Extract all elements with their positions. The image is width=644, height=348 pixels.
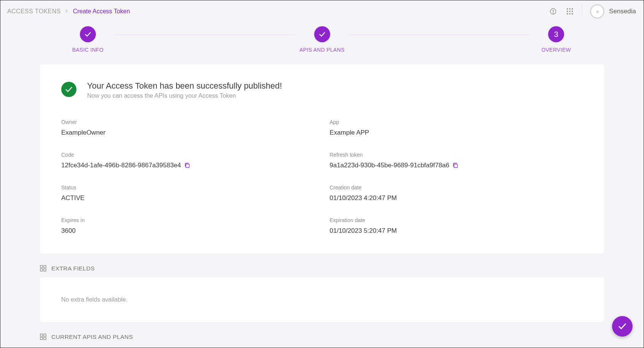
success-banner: Your Access Token has been successfully … — [61, 81, 583, 99]
field-label: Code — [61, 152, 315, 158]
field-value: Example APP — [330, 129, 583, 137]
check-icon — [314, 26, 330, 42]
field-owner: Owner ExampleOwner — [61, 119, 315, 137]
brand-name: Sensedia — [609, 8, 636, 15]
chevron-right-icon — [65, 9, 68, 14]
field-value: 01/10/2023 5:20:47 PM — [330, 227, 583, 235]
field-creation-date: Creation date 01/10/2023 4:20:47 PM — [330, 184, 583, 202]
help-icon[interactable] — [549, 7, 558, 16]
step-connector — [349, 34, 530, 35]
dashboard-icon — [40, 334, 47, 340]
svg-rect-6 — [569, 11, 571, 12]
svg-rect-4 — [572, 8, 573, 10]
field-label: Owner — [61, 119, 315, 125]
svg-rect-12 — [454, 164, 458, 168]
step-label: OVERVIEW — [541, 47, 571, 53]
svg-rect-10 — [572, 13, 573, 14]
topbar: ACCESS TOKENS Create Access Token Sensed… — [0, 0, 644, 22]
field-expiration-date: Expiration date 01/10/2023 5:20:47 PM — [330, 217, 583, 235]
extra-fields-card: No extra fields available. — [40, 277, 604, 322]
step-label: APIS AND PLANS — [299, 47, 345, 53]
field-value: 12fce34d-1afe-496b-8286-9867a39583e4 — [61, 162, 181, 169]
field-refresh-token: Refresh token 9a1a223d-930b-45be-9689-91… — [330, 152, 583, 169]
field-label: Expiration date — [330, 217, 583, 223]
field-value: 3600 — [61, 227, 315, 235]
field-expires-in: Expires in 3600 — [61, 217, 315, 235]
step-basic-info[interactable]: BASIC INFO — [61, 26, 114, 53]
section-current-apis-header: CURRENT APIS AND PLANS — [40, 334, 604, 340]
dashboard-icon — [40, 265, 47, 272]
field-value: ACTIVE — [61, 194, 315, 202]
empty-message: No extra fields available. — [61, 296, 127, 303]
brand[interactable]: Sensedia — [590, 4, 636, 19]
svg-rect-13 — [40, 265, 43, 268]
brand-logo-icon — [590, 4, 604, 19]
copy-icon[interactable] — [452, 162, 458, 168]
field-app: App Example APP — [330, 119, 583, 137]
apps-grid-icon[interactable] — [565, 7, 574, 16]
field-label: Creation date — [330, 184, 583, 191]
section-title: CURRENT APIS AND PLANS — [51, 334, 133, 340]
step-label: BASIC INFO — [72, 47, 103, 53]
field-value: 01/10/2023 4:20:47 PM — [330, 194, 583, 202]
svg-rect-11 — [186, 164, 189, 168]
success-subtitle: Now you can access the APIs using your A… — [87, 92, 282, 99]
svg-rect-16 — [44, 269, 46, 271]
top-actions: Sensedia — [549, 4, 636, 19]
svg-rect-8 — [567, 13, 568, 14]
copy-icon[interactable] — [184, 162, 190, 168]
section-title: EXTRA FIELDS — [51, 265, 95, 272]
svg-rect-5 — [567, 11, 568, 12]
svg-rect-14 — [44, 265, 46, 268]
svg-rect-9 — [569, 13, 571, 14]
field-label: Status — [61, 184, 315, 191]
field-status: Status ACTIVE — [61, 184, 315, 202]
svg-rect-3 — [569, 8, 571, 10]
step-connector — [114, 34, 296, 35]
step-overview[interactable]: 3 OVERVIEW — [530, 26, 583, 53]
field-value: ExampleOwner — [61, 129, 315, 137]
field-value: 9a1a223d-930b-45be-9689-91cbfa9f78a6 — [330, 162, 450, 169]
svg-rect-15 — [40, 269, 43, 271]
field-code: Code 12fce34d-1afe-496b-8286-9867a39583e… — [61, 152, 315, 169]
step-number: 3 — [548, 26, 564, 42]
breadcrumb-current: Create Access Token — [73, 8, 130, 15]
field-label: Expires in — [61, 217, 315, 223]
overview-card: Your Access Token has been successfully … — [40, 64, 604, 254]
field-label: App — [330, 119, 583, 125]
step-apis-and-plans[interactable]: APIS AND PLANS — [296, 26, 349, 53]
content: BASIC INFO APIS AND PLANS 3 OVERVIEW You… — [0, 22, 644, 340]
field-label: Refresh token — [330, 152, 583, 158]
svg-rect-2 — [567, 8, 568, 10]
svg-rect-19 — [40, 337, 43, 340]
svg-point-1 — [553, 13, 553, 13]
section-extra-fields-header: EXTRA FIELDS — [40, 265, 604, 272]
svg-rect-7 — [572, 11, 573, 12]
details-grid: Owner ExampleOwner App Example APP Code … — [61, 119, 583, 235]
breadcrumb: ACCESS TOKENS Create Access Token — [7, 8, 130, 15]
svg-rect-17 — [40, 334, 43, 336]
stepper: BASIC INFO APIS AND PLANS 3 OVERVIEW — [61, 26, 583, 53]
confirm-fab[interactable] — [612, 316, 633, 337]
success-title: Your Access Token has been successfully … — [87, 81, 282, 91]
breadcrumb-root[interactable]: ACCESS TOKENS — [7, 8, 61, 15]
success-check-icon — [61, 82, 76, 97]
divider — [582, 4, 582, 19]
svg-rect-20 — [44, 337, 46, 340]
check-icon — [80, 26, 96, 42]
check-icon — [618, 323, 627, 330]
svg-rect-18 — [44, 334, 46, 336]
